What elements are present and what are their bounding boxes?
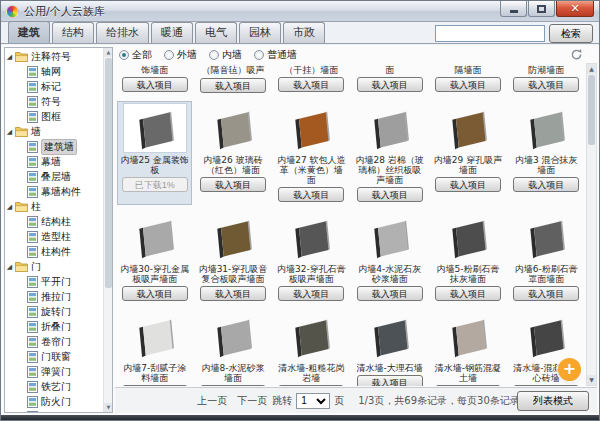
prev-page-link[interactable]: 上一页 [197,394,227,408]
expander-expanded-icon[interactable]: ◢ [5,53,14,61]
load-into-project-button[interactable]: 载入项目 [200,385,266,386]
load-into-project-button[interactable]: 载入项目 [513,385,579,386]
refresh-icon[interactable] [570,48,583,61]
tree-item-门-1[interactable]: 推拉门 [17,289,103,304]
tree-folder-3[interactable]: ◢门 [5,259,103,274]
minimize-button[interactable] [500,1,527,17]
load-into-project-button[interactable]: 载入项目 [200,177,266,192]
add-upload-fab-button[interactable]: + [558,358,581,381]
load-into-project-button[interactable]: 载入项目 [435,286,501,301]
tab-1[interactable]: 结构 [52,22,94,43]
tree-item-注释符号-0[interactable]: 轴网 [17,64,103,79]
family-card-0-1[interactable]: （隔音毡）吸声隔墙载入项目 [195,63,270,96]
family-card-2-5[interactable]: 内墙6-粉刷石膏罩面墙面载入项目 [509,210,584,304]
family-card-0-2[interactable]: （干挂）墙面载入项目 [274,63,349,96]
load-into-project-button[interactable]: 载入项目 [357,187,423,202]
tab-5[interactable]: 园林 [239,22,281,43]
tree-scroll-down-icon[interactable]: ▼ [104,403,113,412]
tree-scroll-up-icon[interactable]: ▲ [104,48,113,57]
family-card-3-3[interactable]: 清水墙-大理石墙载入项目 [352,309,427,386]
load-into-project-button[interactable]: 载入项目 [200,286,266,301]
tree-item-门-5[interactable]: 门联窗 [17,349,103,364]
tree-item-门-4[interactable]: 卷帘门 [17,334,103,349]
tree-item-墙-2[interactable]: 叠层墙 [17,169,103,184]
maximize-button[interactable] [528,1,555,17]
load-into-project-button[interactable]: 载入项目 [513,286,579,301]
load-into-project-button[interactable]: 载入项目 [278,77,344,92]
family-card-3-1[interactable]: 内墙8-水泥砂浆墙面载入项目 [195,309,270,386]
family-card-2-0[interactable]: 内墙30-穿孔金属板吸声墙面载入项目 [117,210,192,304]
family-card-1-1[interactable]: 内墙26 玻璃砖（红色）墙面载入项目 [195,101,270,205]
family-card-1-0[interactable]: 内墙25 金属装饰板已下载1% [117,101,192,205]
tab-2[interactable]: 给排水 [96,22,149,43]
expander-expanded-icon[interactable]: ◢ [5,128,14,136]
family-card-2-1[interactable]: 内墙31-穿孔吸音复合板吸声墙面载入项目 [195,210,270,304]
load-into-project-button[interactable]: 载入项目 [278,286,344,301]
next-page-link[interactable]: 下一页 [237,394,267,408]
tree-item-墙-3[interactable]: 幕墙构件 [17,184,103,199]
family-card-0-3[interactable]: 面载入项目 [352,63,427,96]
titlebar[interactable]: 公用/个人云族库 ✕ [1,1,599,22]
family-card-2-2[interactable]: 内墙32-穿孔石膏板吸声墙面载入项目 [274,210,349,304]
download-progress-button[interactable]: 已下载1% [122,177,188,192]
family-card-3-4[interactable]: 清水墙-钢筋混凝土墙载入项目 [430,309,505,386]
tab-0[interactable]: 建筑 [8,21,50,43]
family-card-2-4[interactable]: 内墙5-粉刷石膏抹灰墙面载入项目 [430,210,505,304]
search-input[interactable] [435,25,545,42]
tab-4[interactable]: 电气 [195,22,237,43]
tree-item-注释符号-3[interactable]: 图框 [17,109,103,124]
tree-scrollbar[interactable]: ▲ ▼ [103,48,112,412]
tree-scroll-thumb[interactable] [105,58,112,288]
family-card-1-2[interactable]: 内墙27 软包人造革（米黄色）墙面载入项目 [274,101,349,205]
list-mode-button[interactable]: 列表模式 [517,391,589,411]
tree-folder-0[interactable]: ◢注释符号 [5,49,103,64]
tree-item-注释符号-1[interactable]: 标记 [17,79,103,94]
tree-folder-1[interactable]: ◢墙 [5,124,103,139]
family-card-0-4[interactable]: 隔墙面载入项目 [430,63,505,96]
tab-3[interactable]: 暖通 [151,22,193,43]
grid-scrollbar[interactable]: ▲ ▼ [586,63,597,386]
tree-item-门-3[interactable]: 折叠门 [17,319,103,334]
grid-scroll-up-icon[interactable]: ▲ [587,64,596,74]
load-into-project-button[interactable]: 载入项目 [357,286,423,301]
tree-item-柱-0[interactable]: 结构柱 [17,214,103,229]
family-card-3-2[interactable]: 清水墙-粗糙花岗岩墙载入项目 [274,309,349,386]
tree-item-门-0[interactable]: 平开门 [17,274,103,289]
load-into-project-button[interactable]: 载入项目 [278,187,344,202]
family-card-1-3[interactable]: 内墙28 岩棉（玻璃棉）丝织板吸声墙面载入项目 [352,101,427,205]
load-into-project-button[interactable]: 载入项目 [435,77,501,92]
tree-item-柱-1[interactable]: 造型柱 [17,229,103,244]
load-into-project-button[interactable]: 载入项目 [513,177,579,192]
tree-item-门-7[interactable]: 铁艺门 [17,379,103,394]
load-into-project-button[interactable]: 载入项目 [435,385,501,386]
close-button[interactable]: ✕ [556,1,594,17]
search-button[interactable]: 检索 [549,24,593,43]
load-into-project-button[interactable]: 载入项目 [435,177,501,192]
family-card-2-3[interactable]: 内墙4-水泥石灰砂浆墙面载入项目 [352,210,427,304]
expander-expanded-icon[interactable]: ◢ [5,203,14,211]
page-select[interactable]: 1 [296,393,330,409]
load-into-project-button[interactable]: 载入项目 [122,77,188,92]
grid-scroll-thumb[interactable] [588,75,595,145]
tree-item-注释符号-2[interactable]: 符号 [17,94,103,109]
tree-item-门-8[interactable]: 防火门 [17,394,103,409]
expander-expanded-icon[interactable]: ◢ [5,263,14,271]
filter-radio-1[interactable]: 外墙 [164,48,197,62]
family-card-0-5[interactable]: 防潮墙面载入项目 [509,63,584,96]
filter-radio-3[interactable]: 普通墙 [254,48,297,62]
load-into-project-button[interactable]: 载入项目 [122,385,188,386]
family-card-1-5[interactable]: 内墙3 混合抹灰墙面载入项目 [509,101,584,205]
tree-folder-2[interactable]: ◢柱 [5,199,103,214]
load-into-project-button[interactable]: 载入项目 [513,77,579,92]
tab-6[interactable]: 市政 [283,22,325,43]
grid-scroll-down-icon[interactable]: ▼ [587,375,596,385]
tree-item-门-2[interactable]: 旋转门 [17,304,103,319]
load-into-project-button[interactable]: 载入项目 [278,385,344,386]
load-into-project-button[interactable]: 载入项目 [357,77,423,92]
filter-radio-2[interactable]: 内墙 [209,48,242,62]
family-card-1-4[interactable]: 内墙29 穿孔吸声墙面载入项目 [430,101,505,205]
filter-radio-0[interactable]: 全部 [119,48,152,62]
load-into-project-button[interactable]: 载入项目 [122,286,188,301]
load-into-project-button[interactable]: 载入项目 [200,78,266,93]
family-card-3-0[interactable]: 内墙7-刮腻子涂料墙面载入项目 [117,309,192,386]
